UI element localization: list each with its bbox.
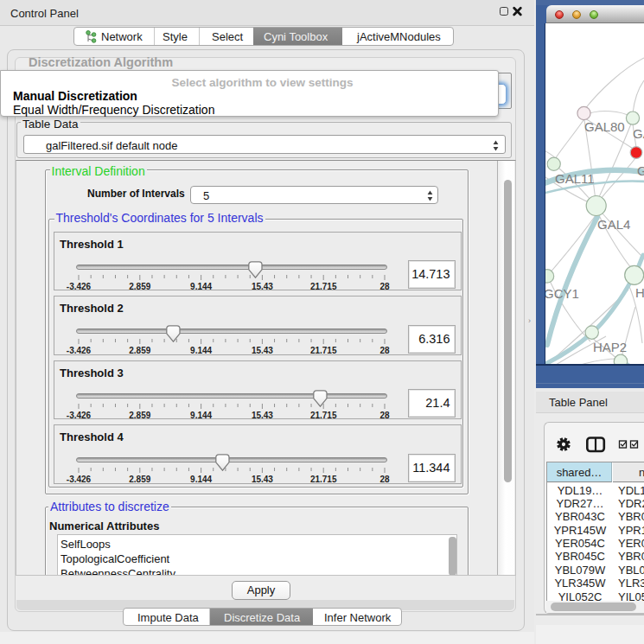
svg-text:HIS: HIS xyxy=(635,285,644,300)
svg-text:GAL: GAL xyxy=(633,126,644,141)
svg-text:GAL11: GAL11 xyxy=(555,171,595,186)
svg-text:GAL4: GAL4 xyxy=(597,217,630,232)
svg-text:GCY1: GCY1 xyxy=(545,286,579,301)
svg-text:GAL80: GAL80 xyxy=(584,119,625,134)
svg-text:GC: GC xyxy=(637,163,644,178)
svg-text:HAP2: HAP2 xyxy=(593,340,627,354)
